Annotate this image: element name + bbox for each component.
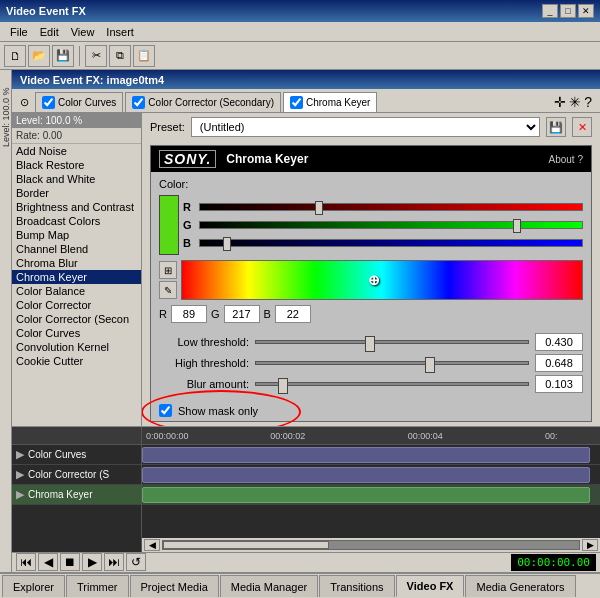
show-mask-checkbox[interactable] xyxy=(159,404,172,417)
fx-list-item-black-restore[interactable]: Black Restore xyxy=(12,158,141,172)
fx-list-item-color-curves[interactable]: Color Curves xyxy=(12,326,141,340)
timeline-track-color-curves[interactable]: ▶ Color Curves xyxy=(12,445,141,465)
preset-label: Preset: xyxy=(150,121,185,133)
main-fx-area: Video Event FX: image0tm4 ⊙ Color Curves… xyxy=(12,70,600,572)
fx-list-item-cookie-cutter[interactable]: Cookie Cutter xyxy=(12,354,141,368)
tab-media-manager[interactable]: Media Manager xyxy=(220,575,318,597)
tab-color-corrector-secondary[interactable]: Color Corrector (Secondary) xyxy=(125,92,281,112)
tab-color-curves[interactable]: Color Curves xyxy=(35,92,123,112)
preset-select[interactable]: (Untitled) xyxy=(191,117,540,137)
fx-list-item-color-corrector[interactable]: Color Corrector xyxy=(12,298,141,312)
blur-label: Blur amount: xyxy=(159,378,249,390)
prev-button[interactable]: ◀ xyxy=(38,553,58,571)
fx-list-item-black-and-white[interactable]: Black and White xyxy=(12,172,141,186)
fx-list-item-convolution-kernel[interactable]: Convolution Kernel xyxy=(12,340,141,354)
tab-color-corrector-secondary-checkbox[interactable] xyxy=(132,96,145,109)
help-fx-button[interactable]: ? xyxy=(584,94,592,110)
g-value-input[interactable] xyxy=(224,305,260,323)
high-threshold-value[interactable] xyxy=(535,354,583,372)
tab-color-curves-checkbox[interactable] xyxy=(42,96,55,109)
fx-list-item-brightness-contrast[interactable]: Brightness and Contrast xyxy=(12,200,141,214)
high-threshold-slider[interactable] xyxy=(255,355,529,371)
low-threshold-value[interactable] xyxy=(535,333,583,351)
threshold-section: Low threshold: High threshold xyxy=(151,329,591,400)
minimize-button[interactable]: _ xyxy=(542,4,558,18)
preset-delete-button[interactable]: ✕ xyxy=(572,117,592,137)
scroll-left-button[interactable]: ◀ xyxy=(144,539,160,551)
r-value-input[interactable] xyxy=(171,305,207,323)
close-button[interactable]: ✕ xyxy=(578,4,594,18)
scrollbar-thumb[interactable] xyxy=(163,541,329,549)
eyedropper-button[interactable]: ⊞ xyxy=(159,261,177,279)
high-thumb[interactable] xyxy=(425,357,435,373)
r-channel-slider[interactable] xyxy=(199,199,583,215)
fx-list-item-color-balance[interactable]: Color Balance xyxy=(12,284,141,298)
maximize-button[interactable]: □ xyxy=(560,4,576,18)
scrollbar-track[interactable] xyxy=(162,540,580,550)
fx-list-item-broadcast-colors[interactable]: Broadcast Colors xyxy=(12,214,141,228)
preset-save-button[interactable]: 💾 xyxy=(546,117,566,137)
high-threshold-label: High threshold: xyxy=(159,357,249,369)
cut-button[interactable]: ✂ xyxy=(85,45,107,67)
menu-view[interactable]: View xyxy=(65,25,101,39)
track-clip-3[interactable] xyxy=(142,487,590,503)
tab-chroma-keyer[interactable]: Chroma Keyer xyxy=(283,92,377,112)
blur-value[interactable] xyxy=(535,375,583,393)
b-channel-slider[interactable] xyxy=(199,235,583,251)
b-thumb[interactable] xyxy=(223,237,231,251)
tab-trimmer[interactable]: Trimmer xyxy=(66,575,129,597)
blur-slider[interactable] xyxy=(255,376,529,392)
open-button[interactable]: 📂 xyxy=(28,45,50,67)
scroll-right-button[interactable]: ▶ xyxy=(582,539,598,551)
low-threshold-slider[interactable] xyxy=(255,334,529,350)
app-title: Video Event FX xyxy=(6,5,86,17)
track-clip-2[interactable] xyxy=(142,467,590,483)
show-mask-label[interactable]: Show mask only xyxy=(178,405,258,417)
fx-list-item-color-corrector-secon[interactable]: Color Corrector (Secon xyxy=(12,312,141,326)
tab-media-generators[interactable]: Media Generators xyxy=(465,575,575,597)
g-channel-slider[interactable] xyxy=(199,217,583,233)
next-button[interactable]: ▶ xyxy=(82,553,102,571)
fx-list-item-bump-map[interactable]: Bump Map xyxy=(12,228,141,242)
fx-list-item-add-noise[interactable]: Add Noise xyxy=(12,144,141,158)
loop-button[interactable]: ↺ xyxy=(126,553,146,571)
g-track xyxy=(199,221,583,229)
color-swatch[interactable] xyxy=(159,195,179,255)
r-thumb[interactable] xyxy=(315,201,323,215)
track-clip-1[interactable] xyxy=(142,447,590,463)
tab-transitions[interactable]: Transitions xyxy=(319,575,394,597)
time-mark-1: 00:00:02 xyxy=(270,431,305,441)
remove-fx-button[interactable]: ✳ xyxy=(569,94,581,110)
paste-button[interactable]: 📋 xyxy=(133,45,155,67)
b-value-input[interactable] xyxy=(275,305,311,323)
plugin-header: SONY. Chroma Keyer About ? xyxy=(151,146,591,172)
add-fx-button[interactable]: ✛ xyxy=(554,94,566,110)
blur-track xyxy=(255,382,529,386)
fx-list-item-chroma-keyer[interactable]: Chroma Keyer xyxy=(12,270,141,284)
blur-thumb[interactable] xyxy=(278,378,288,394)
play-button[interactable]: ⏮ xyxy=(16,553,36,571)
timeline-track-chroma-keyer[interactable]: ▶ Chroma Keyer xyxy=(12,485,141,505)
menu-insert[interactable]: Insert xyxy=(100,25,140,39)
menu-edit[interactable]: Edit xyxy=(34,25,65,39)
g-thumb[interactable] xyxy=(513,219,521,233)
tab-project-media[interactable]: Project Media xyxy=(130,575,219,597)
timeline-right: 0:00:00:00 00:00:02 00:00:04 00: xyxy=(142,427,600,551)
new-button[interactable]: 🗋 xyxy=(4,45,26,67)
stop-button[interactable]: ⏹ xyxy=(60,553,80,571)
copy-button[interactable]: ⧉ xyxy=(109,45,131,67)
timeline-track-color-corrector[interactable]: ▶ Color Corrector (S xyxy=(12,465,141,485)
tab-chroma-keyer-checkbox[interactable] xyxy=(290,96,303,109)
fx-list-item-chroma-blur[interactable]: Chroma Blur xyxy=(12,256,141,270)
low-thumb[interactable] xyxy=(365,336,375,352)
save-button[interactable]: 💾 xyxy=(52,45,74,67)
menu-file[interactable]: File xyxy=(4,25,34,39)
crosshair-button[interactable]: ✎ xyxy=(159,281,177,299)
end-button[interactable]: ⏭ xyxy=(104,553,124,571)
tab-video-fx[interactable]: Video FX xyxy=(396,575,465,597)
spectrum-bar[interactable]: ⊕ xyxy=(181,260,583,300)
fx-list-item-border[interactable]: Border xyxy=(12,186,141,200)
about-link[interactable]: About ? xyxy=(549,154,583,165)
fx-list-item-channel-blend[interactable]: Channel Blend xyxy=(12,242,141,256)
tab-explorer[interactable]: Explorer xyxy=(2,575,65,597)
